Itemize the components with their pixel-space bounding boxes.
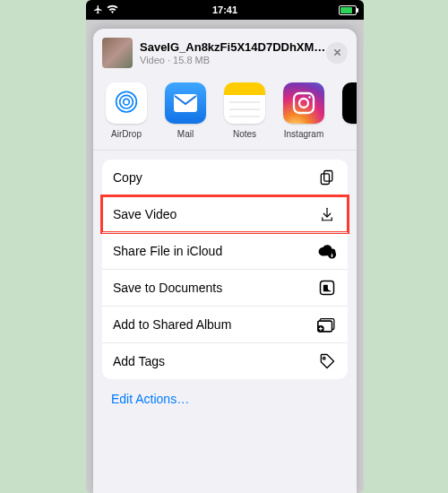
svg-rect-11 [324, 171, 332, 182]
action-list: CopySave VideoShare File in iCloudSave t… [102, 160, 348, 379]
share-sheet: SaveIG_An8kzFi5X14D7DDhXM… Video · 15.8 … [93, 29, 357, 493]
more-apps-icon [342, 82, 357, 124]
share-app-mail[interactable]: Mail [158, 82, 213, 139]
album-icon [317, 315, 337, 334]
file-name: SaveIG_An8kzFi5X14D7DDhXM… [140, 40, 326, 54]
action-save-to-documents[interactable]: Save to Documents [102, 269, 348, 306]
airdrop-icon [106, 82, 147, 124]
share-app-label: T [335, 129, 357, 139]
mail-icon [165, 82, 206, 124]
notes-icon [224, 82, 265, 124]
share-app-label: AirDrop [99, 129, 154, 139]
battery-icon [339, 5, 357, 15]
share-app-instagram[interactable]: Instagram [276, 82, 332, 139]
action-copy[interactable]: Copy [102, 160, 348, 195]
action-label: Save Video [113, 207, 317, 221]
svg-rect-4 [224, 82, 265, 95]
close-icon [332, 45, 342, 61]
svg-point-21 [323, 357, 325, 359]
wifi-icon [107, 4, 118, 15]
action-add-tags[interactable]: Add Tags [102, 342, 348, 379]
app-share-row[interactable]: AirDropMailNotesInstagramT [93, 75, 357, 151]
file-header: SaveIG_An8kzFi5X14D7DDhXM… Video · 15.8 … [93, 29, 357, 75]
copy-icon [317, 168, 337, 187]
share-app-label: Instagram [276, 129, 332, 139]
close-button[interactable] [326, 42, 348, 64]
action-add-shared-album[interactable]: Add to Shared Album [102, 306, 348, 342]
action-label: Save to Documents [113, 281, 317, 295]
edit-actions-button[interactable]: Edit Actions… [111, 392, 357, 406]
share-app-airdrop[interactable]: AirDrop [99, 82, 154, 139]
instagram-icon [283, 82, 324, 124]
download-icon [317, 204, 337, 224]
svg-rect-12 [321, 174, 329, 185]
svg-rect-8 [294, 93, 314, 113]
svg-point-10 [308, 96, 311, 99]
documents-icon [317, 278, 337, 298]
file-subtitle: Video · 15.8 MB [140, 55, 326, 65]
svg-point-1 [120, 95, 134, 108]
icloud-icon [317, 241, 337, 261]
svg-point-9 [299, 99, 308, 108]
file-thumbnail [102, 38, 133, 68]
action-label: Add to Shared Album [113, 317, 317, 332]
phone-frame: 17:41 SaveIG_An8kzFi5X14D7DDhXM… Video ·… [86, 0, 364, 493]
action-label: Share File in iCloud [113, 244, 317, 258]
airplane-mode-icon [93, 4, 103, 16]
share-app-label: Mail [158, 129, 213, 139]
action-label: Add Tags [113, 354, 317, 368]
status-time: 17:41 [212, 4, 237, 15]
status-bar: 17:41 [86, 0, 364, 20]
share-app-notes[interactable]: Notes [217, 82, 272, 139]
action-label: Copy [113, 170, 317, 185]
action-share-file-icloud[interactable]: Share File in iCloud [102, 232, 348, 269]
tag-icon [317, 351, 337, 371]
action-save-video[interactable]: Save Video [102, 195, 348, 232]
share-app-label: Notes [217, 129, 272, 139]
svg-point-0 [124, 99, 130, 105]
share-app-more[interactable]: T [335, 82, 357, 139]
